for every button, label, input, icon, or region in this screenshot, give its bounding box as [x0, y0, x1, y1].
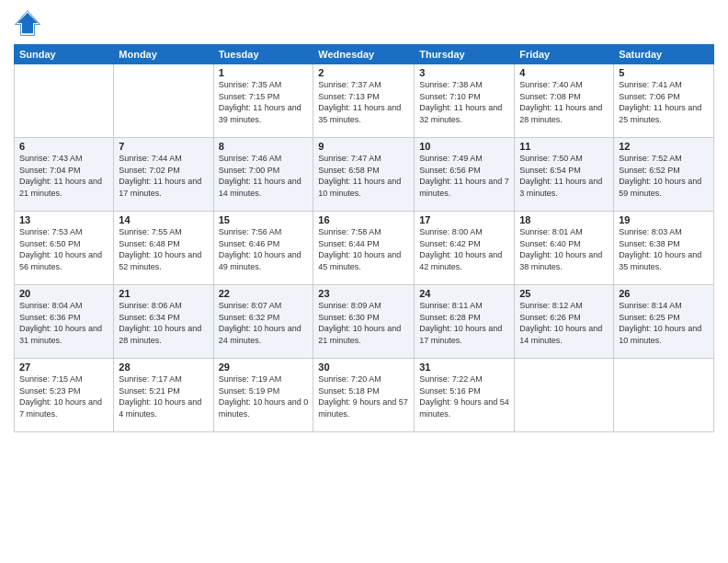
day-number: 18	[519, 214, 609, 225]
day-info: Sunrise: 7:40 AM Sunset: 7:08 PM Dayligh…	[519, 79, 609, 125]
day-info: Sunrise: 7:44 AM Sunset: 7:02 PM Dayligh…	[119, 153, 208, 199]
day-info: Sunrise: 8:12 AM Sunset: 6:26 PM Dayligh…	[519, 300, 609, 346]
calendar-cell: 25Sunrise: 8:12 AM Sunset: 6:26 PM Dayli…	[515, 285, 614, 359]
calendar-cell: 30Sunrise: 7:20 AM Sunset: 5:18 PM Dayli…	[313, 359, 415, 432]
calendar-header-row: SundayMondayTuesdayWednesdayThursdayFrid…	[15, 45, 714, 64]
day-number: 27	[19, 362, 108, 373]
calendar-cell: 20Sunrise: 8:04 AM Sunset: 6:36 PM Dayli…	[15, 285, 114, 359]
day-info: Sunrise: 8:04 AM Sunset: 6:36 PM Dayligh…	[19, 300, 108, 346]
day-number: 22	[219, 288, 309, 299]
calendar-cell: 29Sunrise: 7:19 AM Sunset: 5:19 PM Dayli…	[213, 359, 313, 432]
calendar-cell: 23Sunrise: 8:09 AM Sunset: 6:30 PM Dayli…	[313, 285, 415, 359]
day-info: Sunrise: 8:11 AM Sunset: 6:28 PM Dayligh…	[419, 300, 509, 346]
day-number: 26	[619, 288, 709, 299]
day-number: 21	[119, 288, 208, 299]
day-number: 30	[318, 362, 409, 373]
day-info: Sunrise: 7:38 AM Sunset: 7:10 PM Dayligh…	[419, 79, 509, 125]
day-info: Sunrise: 7:20 AM Sunset: 5:18 PM Dayligh…	[318, 373, 409, 419]
day-number: 28	[119, 362, 208, 373]
day-info: Sunrise: 7:56 AM Sunset: 6:46 PM Dayligh…	[219, 226, 309, 272]
day-number: 29	[219, 362, 309, 373]
calendar-cell	[515, 359, 614, 432]
calendar-cell: 2Sunrise: 7:37 AM Sunset: 7:13 PM Daylig…	[313, 64, 415, 138]
calendar-cell: 15Sunrise: 7:56 AM Sunset: 6:46 PM Dayli…	[213, 212, 313, 285]
day-info: Sunrise: 8:07 AM Sunset: 6:32 PM Dayligh…	[219, 300, 309, 346]
calendar-cell: 26Sunrise: 8:14 AM Sunset: 6:25 PM Dayli…	[614, 285, 714, 359]
day-number: 7	[119, 141, 208, 152]
calendar-cell: 11Sunrise: 7:50 AM Sunset: 6:54 PM Dayli…	[515, 138, 614, 212]
calendar-cell: 17Sunrise: 8:00 AM Sunset: 6:42 PM Dayli…	[415, 212, 515, 285]
day-number: 9	[318, 141, 409, 152]
day-number: 6	[19, 141, 108, 152]
weekday-header-thursday: Thursday	[415, 45, 515, 64]
day-number: 17	[419, 214, 509, 225]
day-info: Sunrise: 8:01 AM Sunset: 6:40 PM Dayligh…	[519, 226, 609, 272]
weekday-header-tuesday: Tuesday	[213, 45, 313, 64]
calendar-cell	[114, 64, 213, 138]
calendar-cell: 8Sunrise: 7:46 AM Sunset: 7:00 PM Daylig…	[213, 138, 313, 212]
day-number: 19	[619, 214, 709, 225]
day-info: Sunrise: 7:53 AM Sunset: 6:50 PM Dayligh…	[19, 226, 108, 272]
calendar-cell: 10Sunrise: 7:49 AM Sunset: 6:56 PM Dayli…	[415, 138, 515, 212]
calendar-cell: 16Sunrise: 7:58 AM Sunset: 6:44 PM Dayli…	[313, 212, 415, 285]
day-number: 15	[219, 214, 309, 225]
day-info: Sunrise: 8:14 AM Sunset: 6:25 PM Dayligh…	[619, 300, 709, 346]
week-row-2: 6Sunrise: 7:43 AM Sunset: 7:04 PM Daylig…	[15, 138, 714, 212]
day-number: 16	[318, 214, 409, 225]
day-number: 5	[619, 67, 709, 78]
calendar-cell: 5Sunrise: 7:41 AM Sunset: 7:06 PM Daylig…	[614, 64, 714, 138]
header	[14, 9, 714, 37]
logo-icon	[14, 9, 41, 37]
day-info: Sunrise: 7:52 AM Sunset: 6:52 PM Dayligh…	[619, 153, 709, 199]
day-info: Sunrise: 8:06 AM Sunset: 6:34 PM Dayligh…	[119, 300, 208, 346]
calendar-cell: 28Sunrise: 7:17 AM Sunset: 5:21 PM Dayli…	[114, 359, 213, 432]
day-number: 3	[419, 67, 509, 78]
day-info: Sunrise: 7:19 AM Sunset: 5:19 PM Dayligh…	[219, 373, 309, 419]
weekday-header-wednesday: Wednesday	[313, 45, 415, 64]
day-number: 10	[419, 141, 509, 152]
day-info: Sunrise: 7:50 AM Sunset: 6:54 PM Dayligh…	[519, 153, 609, 199]
weekday-header-friday: Friday	[515, 45, 614, 64]
day-info: Sunrise: 7:15 AM Sunset: 5:23 PM Dayligh…	[19, 373, 108, 419]
day-info: Sunrise: 8:03 AM Sunset: 6:38 PM Dayligh…	[619, 226, 709, 272]
day-info: Sunrise: 7:49 AM Sunset: 6:56 PM Dayligh…	[419, 153, 509, 199]
day-info: Sunrise: 7:41 AM Sunset: 7:06 PM Dayligh…	[619, 79, 709, 125]
calendar-cell: 13Sunrise: 7:53 AM Sunset: 6:50 PM Dayli…	[15, 212, 114, 285]
day-info: Sunrise: 7:58 AM Sunset: 6:44 PM Dayligh…	[318, 226, 409, 272]
day-number: 4	[519, 67, 609, 78]
calendar-cell: 1Sunrise: 7:35 AM Sunset: 7:15 PM Daylig…	[213, 64, 313, 138]
day-number: 2	[318, 67, 409, 78]
day-info: Sunrise: 8:00 AM Sunset: 6:42 PM Dayligh…	[419, 226, 509, 272]
day-info: Sunrise: 7:55 AM Sunset: 6:48 PM Dayligh…	[119, 226, 208, 272]
week-row-1: 1Sunrise: 7:35 AM Sunset: 7:15 PM Daylig…	[15, 64, 714, 138]
day-info: Sunrise: 7:46 AM Sunset: 7:00 PM Dayligh…	[219, 153, 309, 199]
calendar-cell: 9Sunrise: 7:47 AM Sunset: 6:58 PM Daylig…	[313, 138, 415, 212]
weekday-header-monday: Monday	[114, 45, 213, 64]
calendar-cell: 21Sunrise: 8:06 AM Sunset: 6:34 PM Dayli…	[114, 285, 213, 359]
calendar-cell: 27Sunrise: 7:15 AM Sunset: 5:23 PM Dayli…	[15, 359, 114, 432]
calendar-cell: 22Sunrise: 8:07 AM Sunset: 6:32 PM Dayli…	[213, 285, 313, 359]
day-info: Sunrise: 7:17 AM Sunset: 5:21 PM Dayligh…	[119, 373, 208, 419]
week-row-4: 20Sunrise: 8:04 AM Sunset: 6:36 PM Dayli…	[15, 285, 714, 359]
day-info: Sunrise: 8:09 AM Sunset: 6:30 PM Dayligh…	[318, 300, 409, 346]
day-number: 25	[519, 288, 609, 299]
calendar-cell	[614, 359, 714, 432]
weekday-header-saturday: Saturday	[614, 45, 714, 64]
calendar-cell: 3Sunrise: 7:38 AM Sunset: 7:10 PM Daylig…	[415, 64, 515, 138]
weekday-header-sunday: Sunday	[15, 45, 114, 64]
calendar-cell: 19Sunrise: 8:03 AM Sunset: 6:38 PM Dayli…	[614, 212, 714, 285]
day-info: Sunrise: 7:35 AM Sunset: 7:15 PM Dayligh…	[219, 79, 309, 125]
calendar-cell: 4Sunrise: 7:40 AM Sunset: 7:08 PM Daylig…	[515, 64, 614, 138]
week-row-3: 13Sunrise: 7:53 AM Sunset: 6:50 PM Dayli…	[15, 212, 714, 285]
calendar-table: SundayMondayTuesdayWednesdayThursdayFrid…	[14, 44, 714, 432]
calendar-cell: 12Sunrise: 7:52 AM Sunset: 6:52 PM Dayli…	[614, 138, 714, 212]
calendar-cell: 7Sunrise: 7:44 AM Sunset: 7:02 PM Daylig…	[114, 138, 213, 212]
day-number: 13	[19, 214, 108, 225]
day-number: 14	[119, 214, 208, 225]
day-info: Sunrise: 7:47 AM Sunset: 6:58 PM Dayligh…	[318, 153, 409, 199]
logo	[14, 9, 45, 37]
day-info: Sunrise: 7:43 AM Sunset: 7:04 PM Dayligh…	[19, 153, 108, 199]
page: SundayMondayTuesdayWednesdayThursdayFrid…	[0, 0, 728, 563]
week-row-5: 27Sunrise: 7:15 AM Sunset: 5:23 PM Dayli…	[15, 359, 714, 432]
calendar-cell	[15, 64, 114, 138]
